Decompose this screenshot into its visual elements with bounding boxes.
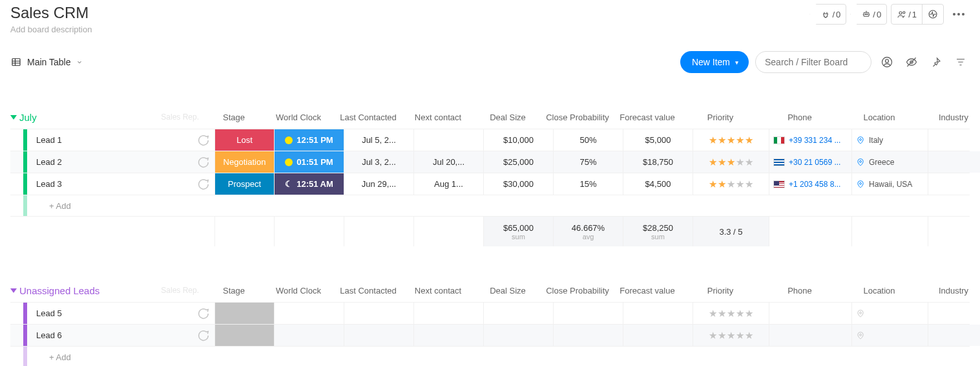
phone-cell[interactable]: [769, 325, 851, 346]
col-deal-size[interactable]: Deal Size: [473, 286, 543, 296]
filter-button[interactable]: [952, 53, 970, 71]
chat-button[interactable]: [191, 307, 214, 321]
lead-name[interactable]: Lead 6: [27, 330, 191, 340]
last-contacted-cell[interactable]: Jul 5, 2...: [344, 129, 413, 151]
industry-cell[interactable]: [928, 173, 980, 195]
group-toggle[interactable]: [10, 115, 17, 120]
forecast-cell[interactable]: [623, 303, 693, 324]
col-priority[interactable]: Priority: [682, 113, 758, 122]
col-forecast[interactable]: Forecast value: [612, 113, 682, 122]
hide-button[interactable]: [902, 53, 921, 71]
next-contact-cell[interactable]: [413, 325, 483, 346]
stage-cell[interactable]: [214, 303, 274, 324]
industry-cell[interactable]: [928, 325, 980, 346]
integrations-pill[interactable]: /0: [809, 4, 846, 25]
deal-size-cell[interactable]: $30,000: [483, 173, 553, 195]
next-contact-cell[interactable]: [413, 303, 483, 324]
location-cell[interactable]: Greece: [851, 151, 928, 173]
col-last-contacted[interactable]: Last Contacted: [333, 286, 403, 296]
next-contact-cell[interactable]: Jul 20,...: [413, 151, 483, 173]
location-cell[interactable]: [851, 303, 928, 324]
people-pill[interactable]: /1: [891, 5, 923, 24]
last-contacted-cell[interactable]: Jun 29,...: [344, 173, 413, 195]
lead-name[interactable]: Lead 3: [27, 179, 191, 189]
deal-size-cell[interactable]: [483, 303, 553, 324]
lead-name[interactable]: Lead 5: [27, 308, 191, 318]
close-prob-cell[interactable]: 50%: [553, 129, 623, 151]
deal-size-cell[interactable]: $10,000: [483, 129, 553, 151]
industry-cell[interactable]: [928, 129, 980, 151]
last-contacted-cell[interactable]: Jul 3, 2...: [344, 151, 413, 173]
group-name[interactable]: Unassigned Leads Sales Rep.: [17, 285, 204, 296]
col-location[interactable]: Location: [841, 113, 917, 122]
last-contacted-cell[interactable]: [344, 303, 413, 324]
clock-cell[interactable]: 12:51 PM: [274, 129, 344, 151]
priority-cell[interactable]: ★★★★★: [693, 151, 769, 173]
col-next-contact[interactable]: Next contact: [403, 113, 473, 122]
close-prob-cell[interactable]: 15%: [553, 173, 623, 195]
pin-button[interactable]: [927, 53, 945, 71]
location-cell[interactable]: Hawaii, USA: [851, 173, 928, 195]
close-prob-cell[interactable]: [553, 325, 623, 346]
automations-pill[interactable]: /0: [850, 4, 887, 25]
col-stage[interactable]: Stage: [204, 113, 264, 122]
priority-cell[interactable]: ★★★★★: [693, 303, 769, 324]
phone-cell[interactable]: +1 203 458 8...: [769, 173, 851, 195]
add-item-row[interactable]: + Add: [10, 195, 970, 217]
stage-cell[interactable]: [214, 325, 274, 346]
forecast-cell[interactable]: [623, 325, 693, 346]
priority-stars[interactable]: ★★★★★: [709, 178, 754, 190]
close-prob-cell[interactable]: [553, 303, 623, 324]
chat-button[interactable]: [191, 328, 214, 343]
clock-cell[interactable]: [274, 325, 344, 346]
stage-cell[interactable]: Prospect: [214, 173, 274, 195]
lead-name[interactable]: Lead 1: [27, 135, 191, 145]
last-contacted-cell[interactable]: [344, 325, 413, 346]
col-sales-rep[interactable]: Sales Rep.: [161, 286, 199, 295]
col-clock[interactable]: World Clock: [264, 113, 333, 122]
close-prob-cell[interactable]: 75%: [553, 151, 623, 173]
group-toggle[interactable]: [10, 288, 17, 293]
location-cell[interactable]: [851, 325, 928, 346]
group-name[interactable]: July Sales Rep.: [17, 112, 204, 123]
person-button[interactable]: [878, 53, 896, 71]
phone-cell[interactable]: +39 331 234 ...: [769, 129, 851, 151]
stage-cell[interactable]: Negotiation: [214, 151, 274, 173]
col-deal-size[interactable]: Deal Size: [473, 113, 543, 122]
col-close-prob[interactable]: Close Probability: [543, 113, 612, 122]
industry-cell[interactable]: [928, 303, 980, 324]
new-item-button[interactable]: New Item▾: [680, 51, 749, 73]
col-stage[interactable]: Stage: [204, 286, 264, 296]
chat-button[interactable]: [191, 177, 214, 191]
priority-cell[interactable]: ★★★★★: [693, 129, 769, 151]
col-next-contact[interactable]: Next contact: [403, 286, 473, 296]
col-last-contacted[interactable]: Last Contacted: [333, 113, 403, 122]
priority-stars[interactable]: ★★★★★: [709, 330, 754, 341]
col-phone[interactable]: Phone: [758, 286, 841, 296]
deal-size-cell[interactable]: [483, 325, 553, 346]
clock-cell[interactable]: [274, 303, 344, 324]
forecast-cell[interactable]: $4,500: [623, 173, 693, 195]
chat-button[interactable]: [191, 155, 214, 169]
industry-cell[interactable]: [928, 151, 980, 173]
next-contact-cell[interactable]: [413, 129, 483, 151]
col-industry[interactable]: Industry: [917, 113, 980, 122]
phone-cell[interactable]: +30 21 0569 ...: [769, 151, 851, 173]
board-description[interactable]: Add board description: [10, 25, 92, 34]
priority-stars[interactable]: ★★★★★: [709, 308, 754, 319]
col-clock[interactable]: World Clock: [264, 286, 333, 296]
priority-cell[interactable]: ★★★★★: [693, 325, 769, 346]
col-sales-rep[interactable]: Sales Rep.: [161, 113, 199, 122]
col-industry[interactable]: Industry: [917, 286, 980, 296]
lead-name[interactable]: Lead 2: [27, 157, 191, 167]
clock-cell[interactable]: 01:51 PM: [274, 151, 344, 173]
forecast-cell[interactable]: $18,750: [623, 151, 693, 173]
view-tab-main-table[interactable]: Main Table: [10, 56, 83, 68]
col-close-prob[interactable]: Close Probability: [543, 286, 612, 296]
more-menu[interactable]: [948, 13, 970, 16]
col-forecast[interactable]: Forecast value: [612, 286, 682, 296]
priority-stars[interactable]: ★★★★★: [709, 135, 754, 146]
chat-button[interactable]: [191, 133, 214, 147]
clock-cell[interactable]: ☾ 12:51 AM: [274, 173, 344, 195]
col-priority[interactable]: Priority: [682, 286, 758, 296]
